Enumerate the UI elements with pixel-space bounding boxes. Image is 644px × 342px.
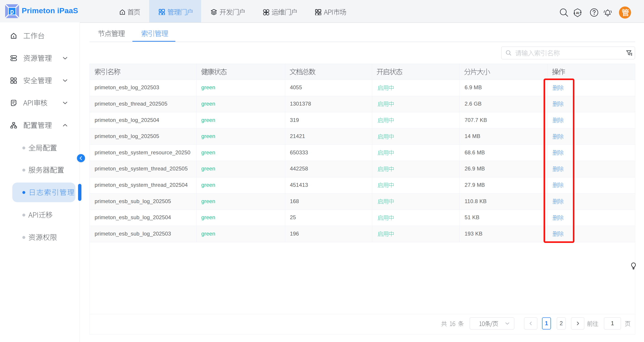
svg-text:AI: AI xyxy=(576,11,579,15)
